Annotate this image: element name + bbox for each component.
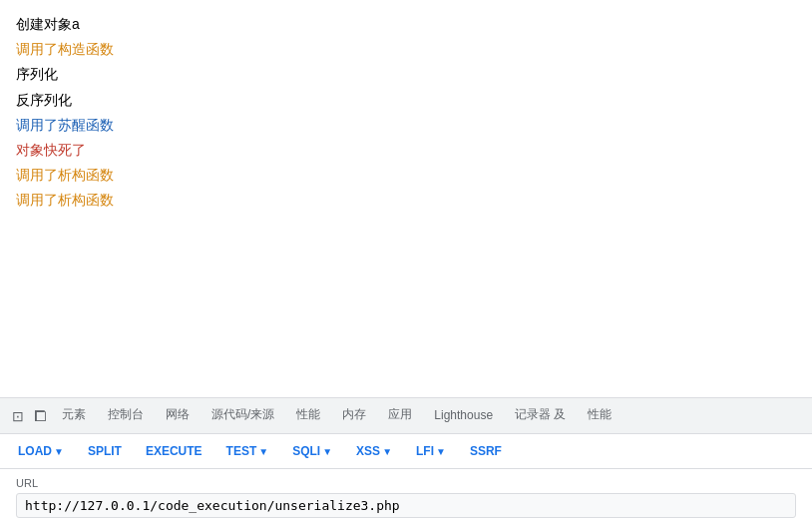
devtools-tab-性能[interactable]: 性能 xyxy=(578,398,621,434)
toolbar-btn-execute[interactable]: EXECUTE xyxy=(136,440,212,462)
url-section: URL http://127.0.0.1/code_execution/unse… xyxy=(0,469,812,524)
toolbar-btn-load[interactable]: LOAD▼ xyxy=(8,440,74,462)
devtools-tab-记录器 及[interactable]: 记录器 及 xyxy=(505,398,576,434)
devtools-tab-Lighthouse[interactable]: Lighthouse xyxy=(424,398,503,434)
devtools-bar: ⊡ ⧠ 元素控制台网络源代码/来源性能内存应用Lighthouse记录器 及性能 xyxy=(0,397,812,433)
output-line: 反序列化 xyxy=(16,88,796,113)
url-value: http://127.0.0.1/code_execution/unserial… xyxy=(16,493,796,518)
toolbar-btn-lfi[interactable]: LFI▼ xyxy=(406,440,456,462)
dropdown-arrow-icon: ▼ xyxy=(382,446,392,457)
devtools-tab-内存[interactable]: 内存 xyxy=(332,398,376,434)
output-line: 调用了析构函数 xyxy=(16,188,796,213)
devtools-tab-元素[interactable]: 元素 xyxy=(52,398,96,434)
devtools-tab-应用[interactable]: 应用 xyxy=(378,398,422,434)
toolbar-btn-ssrf[interactable]: SSRF xyxy=(460,440,512,462)
toolbar-btn-xss[interactable]: XSS▼ xyxy=(346,440,402,462)
output-line: 对象快死了 xyxy=(16,138,796,163)
url-label: URL xyxy=(16,477,796,489)
dropdown-arrow-icon: ▼ xyxy=(322,446,332,457)
toolbar-btn-test[interactable]: TEST▼ xyxy=(216,440,279,462)
output-line: 调用了苏醒函数 xyxy=(16,113,796,138)
main-content: 创建对象a调用了构造函数序列化反序列化调用了苏醒函数对象快死了调用了析构函数调用… xyxy=(0,0,812,397)
inspect-icon[interactable]: ⊡ xyxy=(8,406,28,426)
output-line: 调用了构造函数 xyxy=(16,37,796,62)
toolbar-btn-split[interactable]: SPLIT xyxy=(78,440,132,462)
dropdown-arrow-icon: ▼ xyxy=(258,446,268,457)
device-icon[interactable]: ⧠ xyxy=(30,406,50,426)
toolbar: LOAD▼SPLITEXECUTETEST▼SQLI▼XSS▼LFI▼SSRF xyxy=(0,433,812,469)
devtools-tab-网络[interactable]: 网络 xyxy=(156,398,200,434)
devtools-tab-控制台[interactable]: 控制台 xyxy=(98,398,154,434)
output-line: 序列化 xyxy=(16,62,796,87)
toolbar-btn-sqli[interactable]: SQLI▼ xyxy=(282,440,342,462)
dropdown-arrow-icon: ▼ xyxy=(436,446,446,457)
devtools-tab-源代码/来源[interactable]: 源代码/来源 xyxy=(202,398,284,434)
devtools-tab-性能[interactable]: 性能 xyxy=(286,398,330,434)
output-line: 调用了析构函数 xyxy=(16,163,796,188)
dropdown-arrow-icon: ▼ xyxy=(54,446,64,457)
output-line: 创建对象a xyxy=(16,12,796,37)
